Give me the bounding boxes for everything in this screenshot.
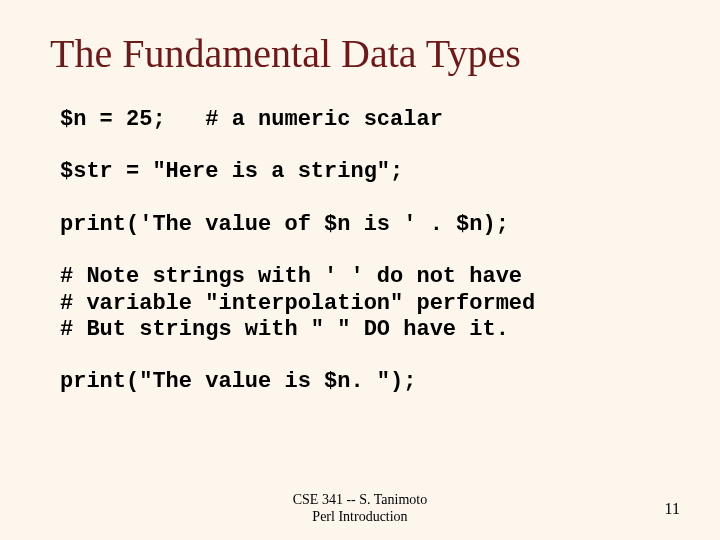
code-line: # variable "interpolation" performed [60, 291, 660, 317]
code-line: # But strings with " " DO have it. [60, 317, 660, 343]
code-block-1: $n = 25; # a numeric scalar [60, 107, 660, 133]
footer-line-1: CSE 341 -- S. Tanimoto [0, 492, 720, 509]
code-line: $n = 25; # a numeric scalar [60, 107, 660, 133]
code-block-5: print("The value is $n. "); [60, 369, 660, 395]
slide-title: The Fundamental Data Types [50, 30, 660, 77]
footer: CSE 341 -- S. Tanimoto Perl Introduction [0, 492, 720, 526]
code-line: $str = "Here is a string"; [60, 159, 660, 185]
code-block-2: $str = "Here is a string"; [60, 159, 660, 185]
footer-line-2: Perl Introduction [0, 509, 720, 526]
code-line: print("The value is $n. "); [60, 369, 660, 395]
page-number: 11 [665, 500, 680, 518]
code-line: print('The value of $n is ' . $n); [60, 212, 660, 238]
code-line: # Note strings with ' ' do not have [60, 264, 660, 290]
slide: The Fundamental Data Types $n = 25; # a … [0, 0, 720, 540]
code-block-4: # Note strings with ' ' do not have # va… [60, 264, 660, 343]
code-block-3: print('The value of $n is ' . $n); [60, 212, 660, 238]
